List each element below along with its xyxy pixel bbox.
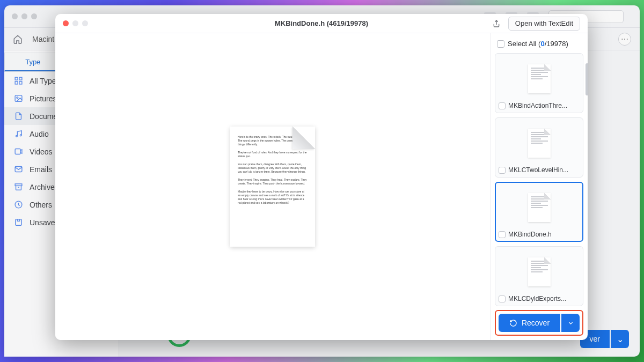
thumbnail-item[interactable]: MKBindActionThre... (495, 53, 583, 113)
thumbnail-preview (499, 58, 580, 100)
thumbnail-checkbox[interactable] (499, 167, 506, 174)
preview-pane: Here's to the crazy ones. The rebels. Th… (55, 33, 490, 340)
select-all-checkbox[interactable] (497, 40, 504, 48)
svg-point-5 (17, 97, 18, 99)
svg-rect-3 (19, 82, 22, 84)
svg-rect-12 (16, 219, 21, 225)
thumbnail-preview (499, 187, 580, 228)
thumbnail-item[interactable]: MKLCTwoLevelHin... (495, 117, 583, 178)
preview-sheet: MKBindDone.h (4619/19978) Open with Text… (55, 14, 588, 340)
chevron-down-icon (567, 320, 574, 327)
select-all-row[interactable]: Select All (0/19978) (495, 38, 583, 53)
svg-point-6 (16, 135, 18, 137)
thumbnail-checkbox[interactable] (499, 295, 506, 302)
sheet-traffic-lights[interactable] (63, 20, 88, 26)
home-icon (13, 34, 23, 44)
thumbnail-preview (499, 122, 580, 164)
page-fold-icon (292, 127, 315, 149)
thumbnail-checkbox[interactable] (499, 231, 506, 238)
svg-rect-2 (15, 82, 18, 84)
more-options-icon: ⋯ (618, 33, 631, 46)
svg-rect-1 (19, 77, 22, 80)
svg-rect-0 (15, 77, 18, 80)
scrollbar-thumb[interactable] (586, 63, 588, 95)
thumbnail-rail: Select All (0/19978) MKBindActionThre...… (490, 33, 588, 340)
thumbnail-label: MKLCTwoLevelHin... (508, 166, 568, 174)
thumbnail-label: MKBindDone.h (508, 231, 552, 238)
zoom-icon (82, 20, 88, 26)
document-preview: Here's to the crazy ones. The rebels. Th… (230, 127, 315, 247)
recover-button[interactable]: Recover (499, 314, 560, 332)
breadcrumb: Macint (32, 35, 54, 43)
thumbnail-label: MKLCDyldExports... (508, 295, 566, 302)
svg-point-7 (20, 135, 21, 136)
tab-type: Type (4, 53, 62, 71)
svg-rect-10 (15, 184, 22, 186)
thumbnail-checkbox[interactable] (499, 102, 506, 109)
thumbnail-label: MKBindActionThre... (508, 102, 567, 109)
close-icon[interactable] (63, 20, 69, 26)
svg-rect-8 (15, 149, 20, 154)
sheet-titlebar: MKBindDone.h (4619/19978) Open with Text… (55, 14, 588, 33)
recover-highlight: Recover (495, 310, 583, 336)
thumbnail-item[interactable]: MKLCDyldExports... (495, 246, 583, 306)
refresh-icon (509, 319, 517, 327)
thumbnail-item[interactable]: MKBindDone.h (495, 182, 583, 242)
minimize-icon (72, 20, 78, 26)
chevron-down-icon: ⌄ (611, 330, 629, 348)
open-with-button[interactable]: Open with TextEdit (508, 17, 580, 31)
share-icon[interactable] (492, 19, 501, 28)
recover-dropdown[interactable] (561, 314, 580, 332)
thumbnail-preview (499, 251, 580, 293)
bg-traffic-lights (12, 13, 37, 19)
